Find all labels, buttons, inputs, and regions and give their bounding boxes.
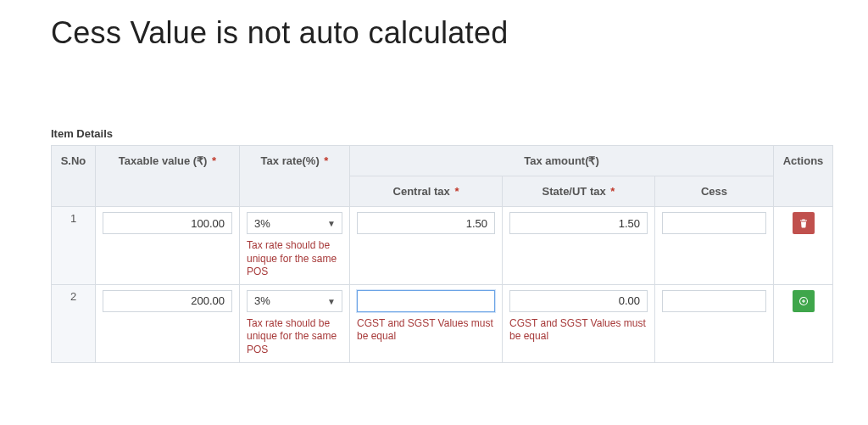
taxable-value-input[interactable] <box>103 212 232 234</box>
add-row-button[interactable] <box>793 290 815 312</box>
tax-rate-error: Tax rate should be unique for the same P… <box>247 317 342 357</box>
cess-input[interactable] <box>662 290 766 312</box>
required-marker: * <box>324 154 328 167</box>
cess-input[interactable] <box>662 212 766 234</box>
col-header-sno: S.No <box>52 146 96 207</box>
state-ut-tax-input[interactable] <box>509 290 648 312</box>
col-header-cess: Cess <box>655 176 774 207</box>
central-tax-error: CGST and SGST Values must be equal <box>357 317 495 344</box>
state-ut-tax-error: CGST and SGST Values must be equal <box>509 317 648 344</box>
required-marker: * <box>454 185 459 198</box>
plus-circle-icon <box>798 296 809 306</box>
row-sno: 2 <box>52 284 96 362</box>
required-marker: * <box>212 154 216 167</box>
required-marker: * <box>610 185 615 198</box>
col-header-actions: Actions <box>774 146 833 207</box>
table-row: 10%0.25%3%5%12%18%28%▼Tax rate should be… <box>52 207 833 285</box>
tax-rate-error: Tax rate should be unique for the same P… <box>247 239 342 279</box>
page-title: Cess Value is not auto calculated <box>51 15 817 51</box>
taxable-value-input[interactable] <box>103 290 232 312</box>
col-header-state-ut-tax: State/UT tax * <box>503 176 655 207</box>
tax-rate-select[interactable]: 0%0.25%3%5%12%18%28% <box>247 212 342 234</box>
trash-icon <box>798 218 809 228</box>
col-header-tax-amount-group: Tax amount(₹) <box>350 146 774 176</box>
col-header-tax-rate: Tax rate(%) * <box>240 146 350 207</box>
table-row: 20%0.25%3%5%12%18%28%▼Tax rate should be… <box>52 284 833 362</box>
central-tax-input[interactable] <box>357 212 495 234</box>
central-tax-input[interactable] <box>357 290 495 312</box>
state-ut-tax-input[interactable] <box>509 212 648 234</box>
tax-rate-select[interactable]: 0%0.25%3%5%12%18%28% <box>247 290 342 312</box>
item-details-table: S.No Taxable value (₹) * Tax rate(%) * T… <box>51 145 833 363</box>
col-header-central-tax: Central tax * <box>350 176 503 207</box>
col-header-taxable-value: Taxable value (₹) * <box>96 146 240 207</box>
delete-row-button[interactable] <box>793 212 815 234</box>
row-sno: 1 <box>52 207 96 285</box>
section-label-item-details: Item Details <box>51 127 817 140</box>
